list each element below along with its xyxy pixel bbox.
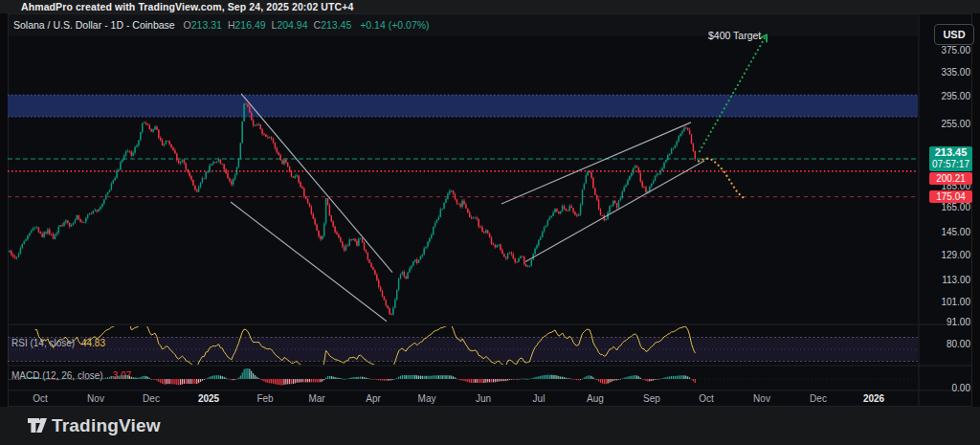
rising-channel-lower bbox=[525, 161, 704, 261]
time-axis-tick: 2026 bbox=[847, 393, 901, 404]
ohlc-value: 204.94 bbox=[277, 19, 307, 31]
rsi-value: 44.83 bbox=[81, 338, 105, 348]
price-change: +0.14 (+0.07%) bbox=[360, 19, 429, 31]
time-axis-tick: Dec bbox=[124, 393, 178, 404]
price-axis-tick: 375.00 bbox=[941, 45, 970, 56]
price-scale[interactable]: 213.45 07:57:17 200.21 175.04 80.00 0.00… bbox=[919, 13, 980, 407]
time-axis-tick: 2025 bbox=[182, 393, 235, 404]
time-axis-tick: Feb bbox=[238, 393, 292, 404]
attribution-text: AhmadPro created with TradingView.com, S… bbox=[21, 1, 353, 12]
falling-channel-lower bbox=[231, 202, 387, 322]
price-target-annotation[interactable]: $400 Target bbox=[708, 30, 761, 41]
price-axis-tick: 91.00 bbox=[947, 317, 970, 327]
time-axis-tick: Mar bbox=[290, 393, 344, 404]
rising-channel-upper bbox=[501, 122, 691, 204]
tradingview-logo-icon[interactable] bbox=[27, 417, 48, 434]
time-axis-tick: Oct bbox=[13, 393, 67, 404]
price-axis-tick: 165.00 bbox=[941, 202, 970, 212]
time-axis-tick: May bbox=[400, 393, 454, 404]
macd-scale-label: 0.00 bbox=[952, 383, 970, 393]
macd-indicator-legend[interactable]: MACD (12, 26, close) -3.07 bbox=[11, 370, 131, 381]
price-axis-tick: 113.00 bbox=[942, 275, 970, 285]
time-axis-tick: Sep bbox=[625, 393, 679, 404]
ohlc-value: 213.31 bbox=[191, 19, 222, 31]
rsi-indicator-legend[interactable]: RSI (14, close) 44.83 bbox=[11, 338, 105, 348]
alert-price-badge[interactable]: 175.04 bbox=[929, 190, 972, 203]
time-axis-tick: Dec bbox=[791, 393, 845, 404]
symbol-title: Solana / U.S. Dollar - 1D - Coinbase bbox=[13, 19, 175, 31]
main-price-pane bbox=[8, 94, 918, 322]
alert-price-badge[interactable]: 200.21 bbox=[929, 172, 972, 185]
price-axis-tick: 295.00 bbox=[941, 91, 970, 101]
price-axis-tick: 145.00 bbox=[941, 227, 970, 237]
time-axis-tick: Jul bbox=[512, 393, 566, 404]
bearish-projection-path bbox=[699, 158, 744, 197]
time-axis-tick: Nov bbox=[735, 393, 789, 404]
rsi-scale-label: 80.00 bbox=[947, 339, 970, 349]
falling-channel-upper bbox=[241, 94, 392, 273]
time-axis-tick: Jun bbox=[457, 393, 510, 404]
footer: TradingView bbox=[0, 407, 980, 445]
ohlc-value: 216.49 bbox=[234, 19, 265, 31]
resistance-zone bbox=[8, 95, 918, 117]
ohlc-value: 213.45 bbox=[321, 19, 351, 31]
price-axis-tick: 255.00 bbox=[941, 119, 970, 129]
chart-canvas[interactable] bbox=[0, 0, 980, 445]
bar-countdown: 07:57:17 bbox=[929, 159, 972, 170]
symbol-legend[interactable]: Solana / U.S. Dollar - 1D - Coinbase O21… bbox=[13, 19, 430, 31]
ohlc-values: O213.31H216.49L204.94C213.45 bbox=[178, 19, 352, 31]
ohlc-key: O bbox=[184, 19, 191, 31]
bullish-projection-path bbox=[700, 34, 767, 151]
attribution-bar: AhmadPro created with TradingView.com, S… bbox=[0, 0, 980, 13]
time-axis-tick: Aug bbox=[568, 393, 622, 404]
rsi-label-text: RSI (14, close) bbox=[11, 338, 75, 348]
time-axis-tick: Nov bbox=[69, 393, 122, 404]
last-price-badge: 213.45 07:57:17 bbox=[929, 146, 972, 171]
macd-value: -3.07 bbox=[109, 370, 131, 381]
time-scale[interactable]: OctNovDec2025FebMarAprMayJunJulAugSepOct… bbox=[8, 391, 919, 407]
tradingview-brand-text[interactable]: TradingView bbox=[52, 415, 161, 436]
price-axis-tick: 101.00 bbox=[941, 297, 970, 307]
currency-toggle-button[interactable]: USD bbox=[934, 24, 974, 45]
tradingview-chart-page: AhmadPro created with TradingView.com, S… bbox=[0, 0, 980, 445]
price-axis-tick: 129.00 bbox=[941, 250, 970, 260]
candles bbox=[9, 103, 696, 316]
time-axis-tick: Oct bbox=[679, 393, 733, 404]
time-axis-tick: Apr bbox=[346, 393, 400, 404]
macd-label-text: MACD (12, 26, close) bbox=[11, 370, 103, 381]
last-price-value: 213.45 bbox=[929, 146, 972, 159]
price-axis-tick: 335.00 bbox=[941, 67, 970, 78]
